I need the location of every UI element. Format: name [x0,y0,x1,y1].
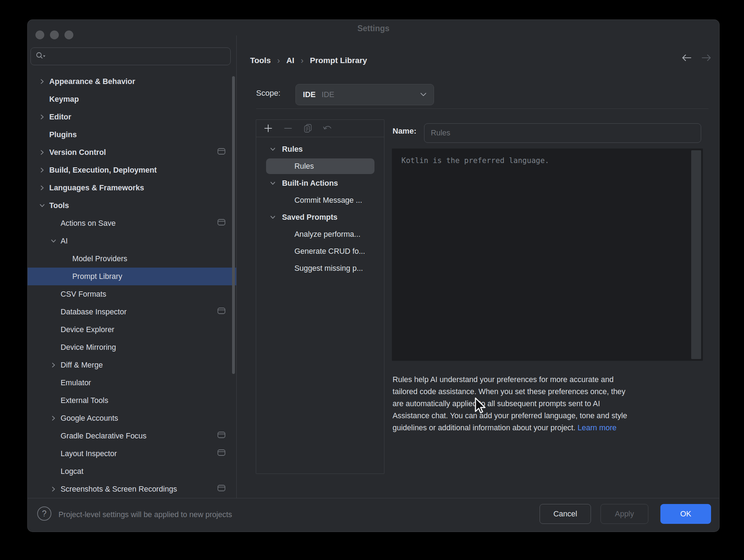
add-icon[interactable] [263,123,274,134]
chevron-right-icon[interactable] [38,78,46,85]
prompt-tree-item[interactable]: Analyze performa... [256,226,384,243]
ide-window-icon [218,219,225,228]
prompt-tree-item[interactable]: Generate CRUD fo... [256,243,384,260]
prompt-tree-item[interactable]: Built-in Actions [256,175,384,192]
scope-dropdown[interactable]: IDE IDE [295,84,434,105]
sidebar-item[interactable]: Diff & Merge [28,356,236,374]
sidebar-item-label: Screenshots & Screen Recordings [61,485,177,494]
remove-icon[interactable] [282,123,294,134]
chevron-down-icon[interactable] [269,146,277,153]
rules-description: Rules help AI understand your preference… [393,374,711,434]
ide-window-icon [218,432,225,441]
sidebar-item[interactable]: Google Accounts [28,409,236,427]
sidebar-item[interactable]: Gradle Declarative Focus [28,427,236,445]
forward-arrow-icon[interactable] [699,51,714,64]
prompt-list-panel: Rules Rules Built-in Actions [256,119,384,474]
chevron-right-icon[interactable] [38,184,46,191]
sidebar-item[interactable]: CSV Formats [28,285,236,303]
chevron-right-icon[interactable] [49,486,58,493]
help-icon[interactable]: ? [37,506,51,521]
name-label: Name: [393,124,416,139]
sidebar-item[interactable]: Prompt Library [28,268,236,285]
sidebar-item[interactable]: Model Providers [28,250,236,268]
ide-window-icon [218,308,225,317]
prompt-tree-item-label: Rules [282,145,303,154]
sidebar-item-label: Version Control [49,148,106,157]
prompt-tree-item[interactable]: Suggest missing p... [256,260,384,277]
chevron-down-icon[interactable] [38,202,46,209]
prompt-tree-item[interactable]: Rules [266,158,374,174]
copy-icon[interactable] [302,123,314,134]
prompt-tree-item-label: Built-in Actions [282,179,338,188]
dialog-footer: ? Project-level settings will be applied… [28,498,719,532]
screen: Settings Appea [0,0,744,560]
prompt-tree-item-label: Generate CRUD fo... [294,247,365,256]
sidebar-scrollbar[interactable] [232,76,235,374]
prompt-tree-item[interactable]: Rules [256,141,384,158]
sidebar-divider [236,35,237,498]
sidebar-item[interactable]: Tools [28,197,236,214]
sidebar-item-label: Layout Inspector [61,449,117,458]
apply-button[interactable]: Apply [601,504,648,524]
sidebar-item[interactable]: Database Inspector [28,303,236,321]
chevron-right-icon[interactable] [49,362,58,369]
chevron-down-icon [420,91,427,98]
chevron-right-icon[interactable] [49,415,58,422]
sidebar-item[interactable]: Plugins [28,126,236,144]
sidebar-item[interactable]: Keymap [28,90,236,108]
breadcrumb-tools[interactable]: Tools [250,56,271,65]
sidebar-item[interactable]: Build, Execution, Deployment [28,161,236,179]
chevron-down-icon[interactable] [269,214,277,221]
sidebar-item[interactable]: Emulator [28,374,236,392]
ide-window-icon [218,449,225,458]
description-line: tailored code assistance. When you set t… [393,386,711,398]
chevron-down-icon[interactable] [49,237,58,245]
breadcrumb-ai[interactable]: AI [286,56,294,65]
name-input[interactable] [424,123,701,143]
prompt-tree-item-label: Commit Message ... [294,196,362,205]
chevron-right-icon[interactable] [38,113,46,121]
sidebar-item[interactable]: Device Explorer [28,321,236,338]
ide-window-icon [218,148,225,157]
prompt-tree-item[interactable]: Commit Message ... [256,192,384,209]
back-arrow-icon[interactable] [680,51,694,64]
description-line: are automatically applied to all subsequ… [393,398,711,410]
sidebar-item-label: Actions on Save [61,219,115,228]
breadcrumb-prompt-library: Prompt Library [310,56,367,65]
sidebar-item[interactable]: Version Control [28,144,236,161]
sidebar-item[interactable]: Device Mirroring [28,338,236,356]
ok-button[interactable]: OK [660,504,711,524]
search-input[interactable] [49,52,226,61]
prompt-tree-item[interactable]: Saved Prompts [256,209,384,226]
chevron-right-icon[interactable] [38,167,46,174]
sidebar-item[interactable]: Logcat [28,463,236,480]
sidebar-item-label: Appearance & Behavior [49,77,135,86]
sidebar-item[interactable]: Languages & Frameworks [28,179,236,197]
settings-sidebar: Appearance & Behavior Keymap [28,41,236,498]
sidebar-item[interactable]: Actions on Save [28,214,236,232]
sidebar-item[interactable]: Screenshots & Screen Recordings [28,480,236,498]
editor-scrollbar[interactable] [691,150,701,359]
sidebar-item[interactable]: Layout Inspector [28,445,236,463]
sidebar-item[interactable]: AI [28,232,236,250]
sidebar-item[interactable]: Editor [28,108,236,126]
search-icon [35,51,46,62]
cancel-button[interactable]: Cancel [540,504,591,524]
prompt-tree: Rules Rules Built-in Actions [256,141,384,277]
section-separator [256,108,709,109]
chevron-right-icon[interactable] [38,149,46,156]
undo-icon[interactable] [322,123,333,134]
scope-label: Scope: [256,86,281,101]
settings-search-box[interactable] [30,47,231,65]
breadcrumb-separator-icon: › [277,56,280,66]
sidebar-item[interactable]: External Tools [28,392,236,409]
chevron-down-icon[interactable] [269,180,277,187]
sidebar-item-label: Device Mirroring [61,343,116,352]
sidebar-item[interactable]: Appearance & Behavior [28,73,236,90]
sidebar-item-label: AI [61,237,68,246]
prompt-tree-item-label: Analyze performa... [294,230,360,239]
prompt-text: Kotlin is the preferred language. [401,156,549,165]
learn-more-link[interactable]: Learn more [577,424,616,432]
sidebar-item-label: Emulator [61,379,91,387]
prompt-text-editor[interactable]: Kotlin is the preferred language. [392,149,703,361]
